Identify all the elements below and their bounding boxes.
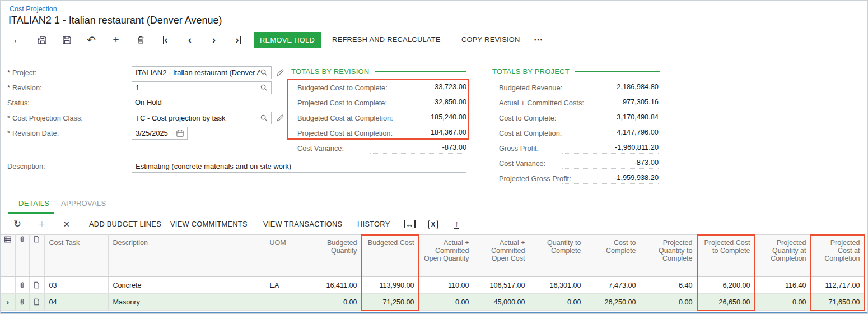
undo-icon[interactable]: ↶ — [83, 32, 99, 48]
cell-ac-open-quantity[interactable]: 0.00 — [419, 294, 474, 311]
col-projected-quantity-at-completion[interactable]: Projected Quantity at Completion — [755, 235, 811, 277]
cost-projection-class-field[interactable]: TC - Cost projection by task — [132, 112, 272, 124]
cell-projected-quantity-to-complete[interactable]: 6.40 — [641, 277, 697, 294]
save-icon[interactable] — [59, 32, 74, 48]
col-description[interactable]: Description — [108, 235, 265, 277]
revision-lookup-icon[interactable] — [260, 84, 269, 93]
cost-variance-label: Cost Variance: — [297, 144, 344, 153]
cell-cost-to-complete[interactable]: 7,473.00 — [586, 277, 641, 294]
refresh-and-recalculate-button[interactable]: REFRESH AND RECALCULATE — [332, 32, 441, 48]
col-cost-task[interactable]: Cost Task — [44, 235, 108, 277]
previous-record-icon[interactable]: ‹ — [182, 32, 198, 48]
project-lookup-icon[interactable] — [260, 68, 269, 77]
history-button[interactable]: HISTORY — [357, 216, 390, 233]
grid-delete-row-icon[interactable]: × — [59, 216, 74, 233]
first-record-icon[interactable]: ‹ — [157, 32, 173, 48]
import-upload-icon[interactable]: ↑ — [454, 216, 459, 233]
cell-projected-quantity-at-completion[interactable]: 116.40 — [755, 277, 811, 294]
cell-quantity-to-complete[interactable]: 0.00 — [530, 294, 586, 311]
row-file-icon[interactable] — [29, 294, 44, 311]
status-value: On Hold — [135, 98, 162, 107]
cost-projection-class-edit-icon[interactable] — [276, 114, 285, 123]
copy-revision-button[interactable]: COPY REVISION — [461, 32, 520, 48]
col-uom[interactable]: UOM — [265, 235, 306, 277]
fit-width-icon[interactable]: ↔ — [404, 216, 416, 233]
view-commitments-button[interactable]: VIEW COMMITMENTS — [170, 216, 248, 233]
cell-uom[interactable]: EA — [265, 277, 306, 294]
remove-hold-button[interactable]: REMOVE HOLD — [254, 32, 321, 48]
export-to-excel-icon[interactable]: X — [428, 216, 438, 233]
row-paperclip-icon[interactable] — [15, 294, 29, 311]
project-edit-icon[interactable] — [276, 68, 285, 77]
project-field[interactable]: ITALIAN2 - Italian restaurant (Denver Av… — [132, 66, 272, 79]
delete-record-icon[interactable] — [133, 32, 148, 48]
projected-cost-at-completion-value: 184,367.00 — [370, 128, 466, 138]
description-value: Estimating (concrete materials and on-si… — [136, 162, 464, 170]
cell-ac-open-quantity[interactable]: 110.00 — [419, 277, 474, 294]
cell-description[interactable]: Concrete — [108, 277, 265, 294]
cell-budgeted-cost[interactable]: 113,990.00 — [362, 277, 419, 294]
save-and-close-icon[interactable] — [34, 32, 50, 48]
page-title: ITALIAN2 1 - Italian restaurant (Denver … — [8, 15, 222, 26]
cell-budgeted-quantity[interactable]: 0.00 — [306, 294, 362, 311]
budgeted-cost-at-completion-value: 185,240.00 — [370, 113, 466, 123]
col-projected-cost-to-complete[interactable]: Projected Cost to Complete — [697, 235, 755, 277]
cell-projected-cost-at-completion[interactable]: 71,650.00 — [811, 294, 865, 311]
cell-budgeted-cost[interactable]: 71,250.00 — [362, 294, 419, 311]
col-budgeted-cost[interactable]: Budgeted Cost — [362, 235, 419, 277]
cell-cost-task[interactable]: 03 — [44, 277, 108, 294]
cell-projected-cost-at-completion[interactable]: 112,717.00 — [811, 277, 865, 294]
cell-quantity-to-complete[interactable]: 16,301.00 — [530, 277, 586, 294]
grid-add-row-icon[interactable]: + — [34, 216, 50, 233]
add-record-icon[interactable]: + — [108, 32, 124, 48]
cell-ac-open-cost[interactable]: 45,000.00 — [474, 294, 530, 311]
actual-committed-costs-value: 977,305.16 — [562, 98, 659, 108]
attachments-column-paperclip-icon[interactable] — [15, 235, 29, 277]
revision-date-value: 3/25/2025 — [136, 129, 176, 137]
project-cost-variance-label: Cost Variance: — [499, 159, 545, 168]
revision-date-field[interactable]: 3/25/2025 — [132, 127, 188, 140]
cell-projected-quantity-at-completion[interactable]: 0.00 — [755, 294, 811, 311]
cost-projection-class-label: *Cost Projection Class: — [7, 114, 129, 122]
col-projected-quantity-to-complete[interactable]: Projected Quantity to Complete — [641, 235, 697, 277]
cell-uom[interactable] — [265, 294, 306, 311]
cell-cost-to-complete[interactable]: 26,250.00 — [586, 294, 641, 311]
table-row-current[interactable]: › 04 Masonry 0.00 71,250.00 0.00 45,000.… — [1, 294, 865, 311]
details-grid: Cost Task Description UOM Budgeted Quant… — [1, 234, 865, 311]
grid-settings-icon[interactable] — [1, 235, 15, 277]
col-actual-committed-open-cost[interactable]: Actual + Committed Open Cost — [474, 235, 530, 277]
cell-projected-quantity-to-complete[interactable]: 0.00 — [641, 294, 697, 311]
calendar-icon[interactable] — [176, 129, 185, 138]
notes-column-file-icon[interactable] — [29, 235, 44, 277]
more-actions-button[interactable]: ⋯ — [534, 32, 543, 48]
grid-refresh-icon[interactable]: ↻ — [10, 216, 25, 233]
col-budgeted-quantity[interactable]: Budgeted Quantity — [306, 235, 362, 277]
col-cost-to-complete[interactable]: Cost to Complete — [586, 235, 641, 277]
col-quantity-to-complete[interactable]: Quantity to Complete — [530, 235, 586, 277]
cell-cost-task[interactable]: 04 — [44, 294, 108, 311]
row-file-icon[interactable] — [29, 277, 44, 294]
view-transactions-button[interactable]: VIEW TRANSACTIONS — [263, 216, 342, 233]
next-record-icon[interactable]: › — [206, 32, 222, 48]
tab-approvals[interactable]: APPROVALS — [61, 199, 106, 207]
row-paperclip-icon[interactable] — [15, 277, 29, 294]
revision-date-label: *Revision Date: — [7, 129, 129, 137]
last-record-icon[interactable]: › — [230, 32, 246, 48]
col-actual-committed-open-quantity[interactable]: Actual + Committed Open Quantity — [419, 235, 474, 277]
budgeted-revenue-label: Budgeted Revenue: — [499, 84, 562, 92]
cost-projection-class-lookup-icon[interactable] — [260, 114, 269, 123]
add-budget-lines-button[interactable]: ADD BUDGET LINES — [89, 216, 161, 233]
cell-description[interactable]: Masonry — [108, 294, 265, 311]
cell-projected-cost-to-complete-selected[interactable]: 26,650.00 — [697, 294, 755, 311]
breadcrumb[interactable]: Cost Projection — [10, 5, 57, 13]
cell-ac-open-cost[interactable]: 106,517.00 — [474, 277, 530, 294]
cell-budgeted-quantity[interactable]: 16,411.00 — [306, 277, 362, 294]
tab-details[interactable]: DETAILS — [18, 199, 49, 207]
cell-projected-cost-to-complete[interactable]: 6,200.00 — [697, 277, 755, 294]
table-row[interactable]: 03 Concrete EA 16,411.00 113,990.00 110.… — [1, 277, 865, 294]
description-field[interactable]: Estimating (concrete materials and on-si… — [132, 160, 466, 173]
col-projected-cost-at-completion[interactable]: Projected Cost at Completion — [811, 235, 865, 277]
back-icon[interactable]: ← — [10, 32, 25, 48]
bottom-splitter-bar[interactable] — [1, 312, 868, 314]
revision-field[interactable]: 1 — [132, 81, 272, 94]
